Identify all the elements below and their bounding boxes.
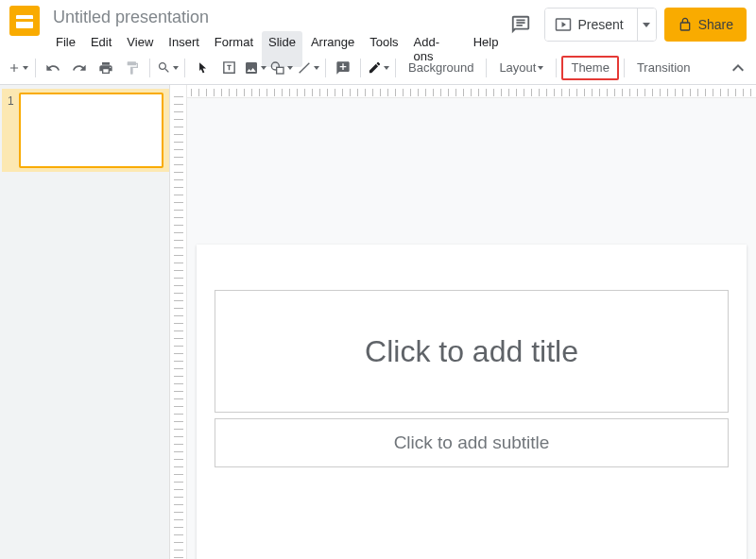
plus-icon <box>8 61 21 75</box>
new-slide-button[interactable] <box>6 56 30 80</box>
background-button[interactable]: Background <box>401 56 481 80</box>
transition-button[interactable]: Transition <box>629 56 698 80</box>
present-icon <box>555 16 572 33</box>
redo-icon <box>72 60 87 76</box>
comment-tool[interactable] <box>331 56 355 80</box>
present-button[interactable]: Present <box>545 8 636 41</box>
slide[interactable]: Click to add title Click to add subtitle <box>197 245 747 559</box>
redo-button[interactable] <box>67 56 92 80</box>
share-button[interactable]: Share <box>664 8 747 42</box>
toolbar-separator <box>325 59 326 77</box>
zoom-icon <box>157 60 171 75</box>
textbox-icon <box>221 59 237 76</box>
comment-icon <box>510 14 531 35</box>
toolbar-separator <box>360 59 361 77</box>
present-label: Present <box>577 17 623 32</box>
chevron-down-icon <box>643 23 650 27</box>
shape-icon <box>270 60 285 76</box>
toolbar-separator <box>184 59 185 77</box>
cursor-icon <box>196 61 209 75</box>
chevron-up-icon <box>732 64 744 72</box>
line-icon <box>297 60 312 76</box>
collapse-toolbar-button[interactable] <box>726 56 750 80</box>
present-dropdown[interactable] <box>637 8 656 41</box>
horizontal-ruler[interactable] <box>187 85 756 98</box>
zoom-button[interactable] <box>155 56 180 80</box>
slides-logo[interactable] <box>9 6 40 36</box>
theme-button[interactable]: Theme <box>561 56 618 80</box>
shape-tool[interactable] <box>269 56 294 80</box>
print-button[interactable] <box>94 56 118 80</box>
toolbar-separator <box>624 59 625 77</box>
toolbar: Background Layout Theme Transition <box>0 51 756 85</box>
comments-button[interactable] <box>505 8 537 41</box>
undo-button[interactable] <box>41 56 65 80</box>
vertical-ruler[interactable] <box>170 85 187 559</box>
subtitle-placeholder[interactable]: Click to add subtitle <box>215 418 729 467</box>
slide-panel[interactable]: 1 <box>0 85 170 559</box>
slide-thumbnail-1[interactable]: 1 <box>2 89 169 172</box>
image-icon <box>244 60 259 76</box>
print-icon <box>98 60 113 76</box>
pen-icon <box>368 60 382 75</box>
toolbar-separator <box>486 59 487 77</box>
image-tool[interactable] <box>243 56 267 80</box>
layout-label: Layout <box>499 60 536 75</box>
paint-roller-icon <box>125 60 140 76</box>
toolbar-separator <box>35 59 36 77</box>
slide-number: 1 <box>8 93 19 168</box>
toolbar-separator <box>556 59 557 77</box>
present-button-group: Present <box>544 8 656 42</box>
undo-icon <box>45 60 60 76</box>
slide-canvas[interactable]: Click to add title Click to add subtitle <box>187 98 756 559</box>
select-tool[interactable] <box>190 56 215 80</box>
toolbar-separator <box>395 59 396 77</box>
textbox-tool[interactable] <box>216 56 241 80</box>
share-label: Share <box>698 17 733 32</box>
document-title[interactable]: Untitled presentation <box>49 6 505 29</box>
slide-thumbnail[interactable] <box>19 93 163 168</box>
pen-tool[interactable] <box>366 56 390 80</box>
line-tool[interactable] <box>296 56 320 80</box>
svg-rect-1 <box>277 67 284 74</box>
lock-icon <box>678 17 693 32</box>
layout-button[interactable]: Layout <box>491 56 551 80</box>
add-comment-icon <box>335 60 351 76</box>
title-placeholder[interactable]: Click to add title <box>215 290 729 413</box>
paint-format-button[interactable] <box>120 56 145 80</box>
toolbar-separator <box>149 59 150 77</box>
